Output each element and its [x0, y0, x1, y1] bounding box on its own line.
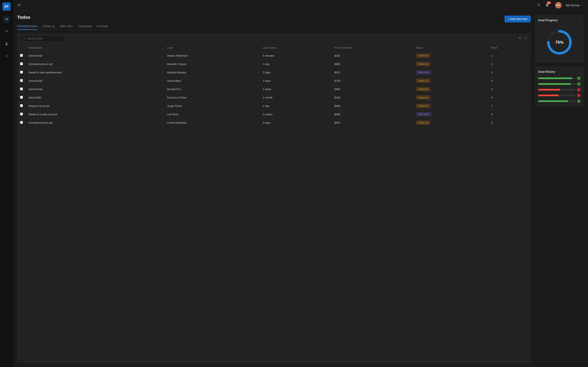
- cell-description: Needs to create account: [26, 110, 164, 118]
- cell-price-estimate: $849: [331, 102, 413, 110]
- cell-description: Send SMS: [26, 93, 164, 102]
- success-icon: ✓: [577, 82, 581, 86]
- table-row[interactable]: Send EmailRonald Fox1 week$493Follow Up5: [17, 85, 531, 93]
- cell-price-estimate: $949: [331, 110, 413, 118]
- status-badge: Follow Up: [416, 121, 430, 125]
- notification-count: 12: [547, 1, 551, 4]
- table-row[interactable]: Respond to emailJorge Flores1 day$849Fol…: [17, 102, 531, 110]
- goal-history-item: ✗: [538, 88, 581, 92]
- col-status: Status: [413, 44, 488, 51]
- table-row[interactable]: Needs to take questionnaireMarjorie Murp…: [17, 68, 531, 77]
- search-input[interactable]: [27, 37, 63, 40]
- sidebar-item-add[interactable]: [3, 52, 10, 60]
- goal-history-item: ✓: [538, 99, 581, 103]
- goal-progress-more[interactable]: ⋮: [577, 18, 581, 23]
- success-icon: ✓: [577, 76, 581, 80]
- goal-history-list: ✓✓✗✗✓: [538, 76, 581, 103]
- left-panel: Todos Prioritized todosFollow upWith cli…: [17, 15, 531, 363]
- cell-price-estimate: $348: [331, 93, 413, 102]
- col-rank: Rank: [488, 44, 531, 51]
- goal-history-header: Goal History ⋮: [538, 69, 581, 74]
- table-row[interactable]: Send EmailShawn Robertson5 minutes$282Fo…: [17, 51, 531, 60]
- todos-table-container: DescriptionLeadLast Comm.Price EstimateS…: [17, 33, 531, 363]
- cell-last-comm: 2 weeks: [260, 110, 331, 118]
- cell-lead: Lee Pena: [164, 110, 260, 118]
- cell-rank: 2: [491, 63, 493, 66]
- goal-history-widget: Goal History ⋮ ✓✓✗✗✓: [535, 66, 584, 106]
- status-badge: With Client: [416, 112, 431, 116]
- goal-history-item: ✓: [538, 82, 581, 86]
- cell-lead: Shawn Robertson: [164, 51, 260, 60]
- row-checkbox[interactable]: [20, 54, 23, 57]
- goal-history-more[interactable]: ⋮: [577, 69, 581, 74]
- donut-chart-container: 75%: [538, 25, 581, 60]
- tab-archived[interactable]: Archived: [97, 23, 108, 30]
- page-title: Todos: [17, 15, 505, 20]
- table-row[interactable]: Needs to create accountLee Pena2 weeks$9…: [17, 110, 531, 118]
- sidebar-item-user[interactable]: [3, 40, 10, 47]
- cell-price-estimate: $620: [331, 118, 413, 127]
- cell-last-comm: 1 week: [260, 85, 331, 93]
- row-checkbox[interactable]: [20, 87, 23, 90]
- filter-icon[interactable]: [518, 36, 522, 41]
- donut-label: 75%: [555, 40, 563, 45]
- goal-progress-title: Goal Progress: [538, 19, 558, 22]
- cell-rank: 5: [491, 88, 493, 91]
- status-badge: Follow Up: [416, 95, 430, 100]
- header: 12 NR Nik Roman: [13, 0, 588, 11]
- more-options-icon[interactable]: [524, 36, 528, 41]
- cell-rank: 1: [491, 54, 493, 57]
- tab-completed[interactable]: Completed: [78, 23, 92, 30]
- cell-last-comm: 1 month: [260, 93, 331, 102]
- table-row[interactable]: Send SMSFrancisco Fisher1 month$348Follo…: [17, 93, 531, 102]
- tab-with_client[interactable]: With client: [60, 23, 73, 30]
- sidebar-item-todos[interactable]: [3, 16, 10, 23]
- row-checkbox[interactable]: [20, 96, 23, 99]
- menu-icon[interactable]: [17, 3, 21, 8]
- goal-history-item: ✗: [538, 94, 581, 97]
- search-icon[interactable]: [537, 3, 541, 8]
- main-content: 12 NR Nik Roman Todos Prioritized todosF…: [13, 0, 588, 367]
- table-toolbar: [17, 33, 531, 44]
- table-row[interactable]: Send EmailGloria Miles3 days$729Follow U…: [17, 77, 531, 85]
- notification-bell[interactable]: 12: [545, 3, 549, 8]
- tab-prioritized[interactable]: Prioritized todos: [17, 23, 38, 30]
- user-name: Nik Roman: [566, 4, 580, 7]
- cell-description: Send Email: [26, 85, 164, 93]
- cell-lead: Connie Edwards: [164, 118, 260, 127]
- tab-follow_up[interactable]: Follow up: [42, 23, 55, 30]
- cell-rank: 6: [491, 96, 493, 99]
- row-checkbox[interactable]: [20, 71, 23, 74]
- row-checkbox[interactable]: [20, 121, 23, 124]
- cell-lead: Gloria Miles: [164, 77, 260, 85]
- cell-lead: Marjorie Murphy: [164, 68, 260, 77]
- status-badge: Follow Up: [416, 87, 430, 91]
- col-description: Description: [26, 44, 164, 51]
- cell-last-comm: 5 days: [260, 68, 331, 77]
- cell-lead: Ronald Fox: [164, 85, 260, 93]
- table-row[interactable]: Schedule phone callConnie Edwards4 days$…: [17, 118, 531, 127]
- user-menu[interactable]: Nik Roman: [566, 4, 584, 7]
- row-checkbox[interactable]: [20, 79, 23, 82]
- row-checkbox[interactable]: [20, 113, 23, 116]
- cell-last-comm: 1 day: [260, 102, 331, 110]
- cell-price-estimate: $884: [331, 60, 413, 68]
- row-checkbox[interactable]: [20, 104, 23, 107]
- cell-last-comm: 3 days: [260, 77, 331, 85]
- sidebar-item-filter[interactable]: [3, 28, 10, 35]
- table-row[interactable]: Schedule phone callEduardo Cooper1 day$8…: [17, 60, 531, 68]
- cell-rank: 8: [491, 113, 493, 116]
- right-panel: Goal Progress ⋮ 75% Goal History: [535, 15, 584, 363]
- add-new-todo-button[interactable]: + Add new todo: [505, 16, 531, 23]
- cell-last-comm: 5 minutes: [260, 51, 331, 60]
- search-box[interactable]: [20, 35, 65, 42]
- search-box-icon: [23, 37, 26, 40]
- cell-description: Send Email: [26, 51, 164, 60]
- goal-history-item: ✓: [538, 76, 581, 80]
- row-checkbox[interactable]: [20, 62, 23, 65]
- app-logo: AF: [2, 2, 11, 11]
- fail-icon: ✗: [577, 94, 581, 97]
- cell-price-estimate: $513: [331, 68, 413, 77]
- goal-progress-widget: Goal Progress ⋮ 75%: [535, 15, 584, 63]
- col-checkbox: [17, 44, 26, 51]
